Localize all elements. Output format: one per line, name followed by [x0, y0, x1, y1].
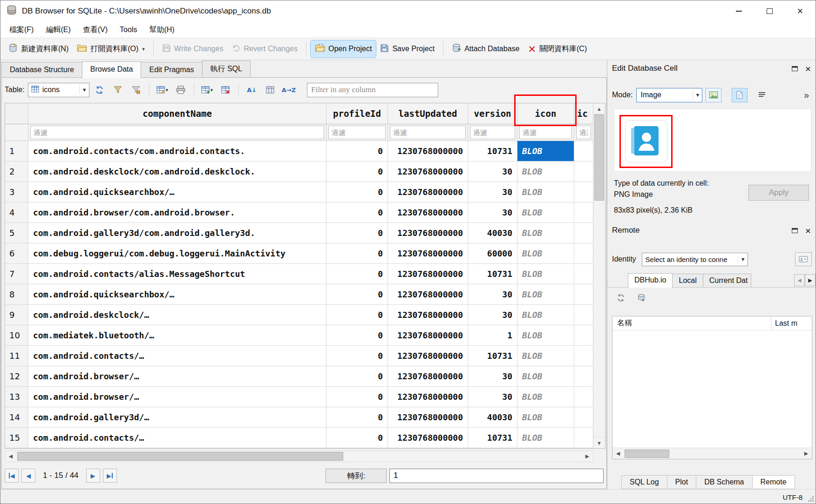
column-header-version[interactable]: version	[468, 103, 517, 124]
row-number[interactable]: 13	[5, 387, 28, 407]
row-number[interactable]: 10	[5, 325, 28, 346]
cell-component-name[interactable]: com.android.contacts/…	[28, 428, 326, 448]
toolbar-overflow-button[interactable]: »	[804, 90, 809, 101]
cell-truncated[interactable]	[574, 305, 593, 325]
cell-last-updated[interactable]: 1230768000000	[388, 243, 468, 264]
close-button[interactable]: ×	[785, 0, 816, 22]
first-page-button[interactable]: ◀	[5, 469, 19, 483]
column-header-profileId[interactable]: profileId	[326, 103, 388, 124]
tab-database-structure[interactable]: Database Structure	[1, 62, 82, 77]
float-panel-icon[interactable]	[792, 66, 798, 71]
attach-database-button[interactable]: Attach Database	[448, 40, 524, 58]
scroll-right-icon[interactable]: ▶	[801, 448, 812, 459]
cell-last-updated[interactable]: 1230768000000	[388, 223, 468, 243]
column-header-icon[interactable]: icon	[517, 103, 574, 124]
open-database-button[interactable]: 打開資料庫(O) ▾	[73, 40, 149, 58]
cell-truncated[interactable]	[574, 407, 593, 428]
identity-certificate-button[interactable]	[795, 252, 812, 266]
row-number[interactable]: 1	[5, 141, 28, 161]
remote-refresh-button[interactable]	[615, 292, 627, 304]
column-header-componentName[interactable]: componentName	[28, 103, 326, 124]
cell-component-name[interactable]: com.android.gallery3d/com.android.galler…	[28, 223, 326, 243]
cell-component-name[interactable]: com.android.gallery3d/…	[28, 407, 326, 428]
cell-profile-id[interactable]: 0	[326, 305, 388, 325]
cell-version[interactable]: 10731	[468, 141, 517, 161]
row-number[interactable]: 15	[5, 428, 28, 448]
cell-component-name[interactable]: com.android.deskclock/com.android.deskcl…	[28, 161, 326, 182]
cell-last-updated[interactable]: 1230768000000	[388, 182, 468, 202]
global-filter-input[interactable]	[307, 83, 438, 97]
save-filters-button[interactable]	[128, 82, 144, 97]
delete-record-button[interactable]	[218, 82, 233, 97]
cell-component-name[interactable]: com.android.browser/…	[28, 387, 326, 407]
remote-column-last-modified[interactable]: Last m	[771, 316, 812, 330]
horizontal-scrollbar[interactable]: ◀ ▶	[5, 450, 593, 462]
cell-icon-blob[interactable]: BLOB	[517, 243, 574, 264]
cell-version[interactable]: 60000	[468, 243, 517, 264]
cell-component-name[interactable]: com.mediatek.bluetooth/…	[28, 325, 326, 346]
row-number[interactable]: 2	[5, 161, 28, 182]
edit-cell-dropdown-button[interactable]: ▾	[155, 82, 170, 97]
save-project-button[interactable]: Save Project	[376, 40, 439, 58]
clear-filters-button[interactable]	[110, 82, 126, 97]
column-header-truncated[interactable]: ic	[574, 103, 593, 124]
cell-version[interactable]: 30	[468, 161, 517, 182]
dock-tab-remote[interactable]: Remote	[752, 475, 795, 489]
tab-scroll-left-icon[interactable]: ◀	[794, 274, 805, 286]
sort-ascending-button[interactable]: A↓	[244, 82, 260, 97]
minimize-button[interactable]	[723, 0, 754, 22]
cell-component-name[interactable]: com.android.contacts/…	[28, 346, 326, 366]
scroll-left-icon[interactable]: ◀	[5, 451, 16, 462]
cell-truncated[interactable]	[574, 202, 593, 223]
remote-tab-dbhub[interactable]: DBHub.io	[628, 273, 673, 288]
remote-tab-current-database[interactable]: Current Dat	[703, 274, 751, 287]
cell-last-updated[interactable]: 1230768000000	[388, 325, 468, 346]
cell-profile-id[interactable]: 0	[326, 407, 388, 428]
cell-profile-id[interactable]: 0	[326, 346, 388, 366]
cell-profile-id[interactable]: 0	[326, 141, 388, 161]
cell-profile-id[interactable]: 0	[326, 366, 388, 387]
remote-clone-database-button[interactable]	[635, 292, 647, 304]
row-number[interactable]: 12	[5, 366, 28, 387]
cell-icon-blob[interactable]: BLOB	[517, 182, 574, 202]
row-number[interactable]: 14	[5, 407, 28, 428]
cell-truncated[interactable]	[574, 366, 593, 387]
scroll-down-icon[interactable]: ▼	[593, 437, 605, 448]
cell-version[interactable]: 10731	[468, 264, 517, 284]
cell-truncated[interactable]	[574, 284, 593, 305]
table-select[interactable]: icons ▼	[28, 83, 89, 97]
last-page-button[interactable]: ▶	[103, 469, 117, 483]
cell-truncated[interactable]	[574, 428, 593, 448]
cell-profile-id[interactable]: 0	[326, 223, 388, 243]
next-page-button[interactable]: ▶	[86, 469, 100, 483]
encoding-button[interactable]: A→Z	[280, 82, 297, 97]
cell-profile-id[interactable]: 0	[326, 182, 388, 202]
close-database-button[interactable]: ✕ 關閉資料庫(C)	[524, 41, 591, 57]
menu-tools[interactable]: Tools	[114, 22, 143, 38]
cell-profile-id[interactable]: 0	[326, 202, 388, 223]
row-number[interactable]: 5	[5, 223, 28, 243]
write-changes-button[interactable]: Write Changes	[158, 40, 228, 58]
filter-input-componentName[interactable]	[30, 126, 324, 139]
cell-profile-id[interactable]: 0	[326, 387, 388, 407]
cell-component-name[interactable]: com.android.browser/…	[28, 366, 326, 387]
cell-truncated[interactable]	[574, 182, 593, 202]
print-button[interactable]	[173, 82, 189, 97]
close-panel-icon[interactable]: ×	[805, 226, 811, 235]
cell-truncated[interactable]	[574, 387, 593, 407]
cell-version[interactable]: 30	[468, 387, 517, 407]
apply-button[interactable]: Apply	[748, 185, 809, 201]
menu-view[interactable]: 查看(V)	[77, 22, 114, 38]
cell-icon-blob[interactable]: BLOB	[517, 264, 574, 284]
filter-input-icon[interactable]	[519, 126, 572, 139]
dock-tab-db-schema[interactable]: DB Schema	[696, 475, 752, 489]
cell-profile-id[interactable]: 0	[326, 325, 388, 346]
cell-icon-blob[interactable]: BLOB	[517, 366, 574, 387]
cell-icon-blob[interactable]: BLOB	[517, 387, 574, 407]
text-document-button[interactable]	[732, 88, 748, 102]
cell-icon-blob[interactable]: BLOB	[517, 284, 574, 305]
open-database-dropdown-caret[interactable]: ▾	[142, 46, 145, 52]
cell-last-updated[interactable]: 1230768000000	[388, 346, 468, 366]
cell-profile-id[interactable]: 0	[326, 161, 388, 182]
row-number[interactable]: 4	[5, 202, 28, 223]
